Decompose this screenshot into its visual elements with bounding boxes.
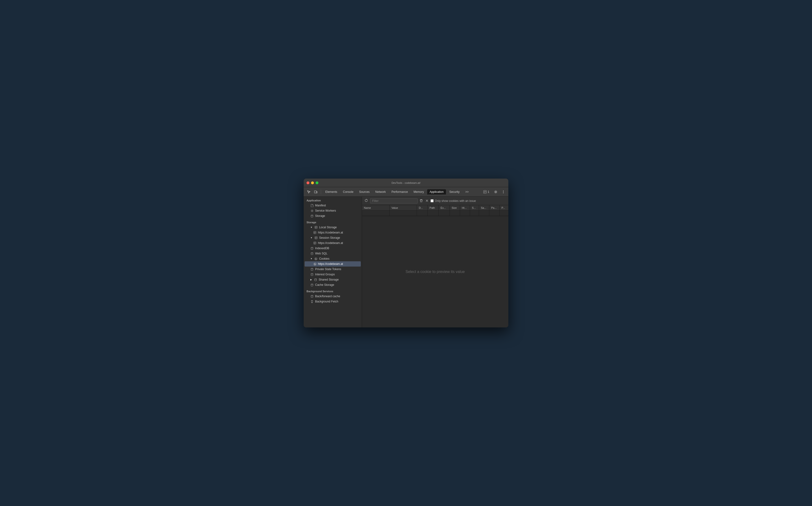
col-size[interactable]: Size [450, 205, 460, 211]
refresh-button[interactable] [364, 198, 369, 203]
sidebar-item-local-storage[interactable]: Local Storage [305, 225, 361, 230]
cookie-preview-area: Select a cookie to preview its value [362, 216, 508, 327]
maximize-button[interactable] [315, 181, 318, 184]
tab-more[interactable]: >> [463, 189, 471, 194]
web-sql-label: Web SQL [315, 252, 327, 255]
svg-rect-1 [316, 191, 317, 193]
svg-point-7 [311, 210, 312, 211]
cookie-small-icon [313, 262, 316, 266]
issues-badge-button[interactable]: 1 [482, 189, 491, 194]
minimize-button[interactable] [311, 181, 314, 184]
sidebar-item-back-forward-cache[interactable]: Back/forward cache [305, 294, 361, 299]
more-options-button[interactable] [500, 189, 506, 194]
svg-point-5 [503, 191, 504, 192]
col-sameParty[interactable]: Pa... [489, 205, 500, 211]
cylinder-icon-8 [310, 294, 314, 298]
svg-point-4 [503, 190, 504, 191]
table-icon [314, 226, 318, 229]
manifest-label: Manifest [315, 204, 326, 207]
svg-point-39 [311, 295, 313, 296]
sidebar-item-cookies-url[interactable]: https://codebeam.at [305, 261, 361, 266]
close-filter-button[interactable] [425, 198, 429, 203]
inspect-element-button[interactable] [306, 189, 312, 194]
svg-point-28 [315, 258, 316, 259]
tab-security[interactable]: Security [447, 189, 462, 194]
sidebar: Application Manifest Service [304, 197, 362, 327]
svg-point-32 [314, 263, 315, 264]
window-title: DevTools - codebeam.at/ [391, 181, 421, 184]
only-issues-checkbox[interactable] [431, 199, 434, 202]
only-issues-checkbox-label[interactable]: Only show cookies with an issue [431, 199, 476, 202]
cylinder-icon [310, 214, 314, 218]
svg-point-38 [311, 284, 313, 284]
sidebar-item-cookies[interactable]: Cookies [305, 256, 361, 261]
local-storage-url-label: https://codebeam.at [318, 231, 343, 234]
svg-point-37 [315, 278, 316, 279]
col-secure[interactable]: S... [470, 205, 479, 211]
expand-session-storage-icon [310, 237, 312, 239]
preview-text: Select a cookie to preview its value [405, 270, 465, 274]
session-storage-url-label: https://codebeam.at [318, 241, 343, 245]
panel-toolbar: Only show cookies with an issue [362, 197, 508, 205]
sidebar-item-local-storage-url[interactable]: https://codebeam.at [305, 230, 361, 235]
svg-point-30 [315, 259, 316, 259]
tab-console[interactable]: Console [341, 189, 356, 194]
sidebar-item-session-storage[interactable]: Session Storage [305, 235, 361, 240]
col-samesite[interactable]: Sa... [479, 205, 489, 211]
col-name[interactable]: Name [362, 205, 389, 211]
svg-rect-0 [314, 191, 316, 193]
close-button[interactable] [306, 181, 309, 184]
back-forward-cache-label: Back/forward cache [315, 294, 340, 298]
table-icon-2 [314, 236, 318, 240]
traffic-lights [306, 181, 318, 184]
sidebar-item-interest-groups[interactable]: Interest Groups [305, 272, 361, 277]
expand-local-storage-icon [310, 226, 312, 229]
tab-memory[interactable]: Memory [411, 189, 426, 194]
sidebar-item-cache-storage[interactable]: Cache Storage [305, 282, 361, 287]
devtools-window: DevTools - codebeam.at/ Elements Console… [304, 179, 508, 327]
filter-input[interactable] [370, 198, 418, 203]
svg-point-3 [495, 191, 497, 192]
col-domain[interactable]: D... [417, 205, 428, 211]
svg-rect-9 [315, 226, 317, 229]
sidebar-item-session-storage-url[interactable]: https://codebeam.at [305, 240, 361, 246]
cookie-icon [314, 257, 318, 260]
clear-filter-button[interactable] [419, 198, 423, 203]
tab-elements[interactable]: Elements [323, 189, 340, 194]
sidebar-item-shared-storage[interactable]: Shared Storage [305, 277, 361, 282]
only-issues-label: Only show cookies with an issue [435, 199, 476, 202]
sidebar-item-storage[interactable]: Storage [305, 213, 361, 219]
toolbar-divider [321, 189, 321, 194]
svg-rect-17 [315, 237, 317, 239]
arrow-icon [310, 300, 314, 303]
cookies-label: Cookies [319, 257, 329, 260]
sidebar-item-background-fetch[interactable]: Background Fetch [305, 299, 361, 304]
sidebar-item-web-sql[interactable]: Web SQL [305, 251, 361, 256]
sidebar-item-service-workers[interactable]: Service Workers [305, 208, 361, 213]
col-expires[interactable]: Ex... [439, 205, 450, 211]
col-value[interactable]: Value [389, 205, 417, 211]
main-panel: Only show cookies with an issue Name Val… [362, 197, 508, 327]
col-httponly[interactable]: Ht... [460, 205, 470, 211]
sidebar-section-storage: Storage [304, 219, 362, 225]
devtools-toolbar: Elements Console Sources Network Perform… [304, 187, 508, 197]
file-icon [310, 204, 314, 207]
tab-performance[interactable]: Performance [389, 189, 410, 194]
device-toolbar-button[interactable] [313, 189, 319, 194]
tab-sources[interactable]: Sources [357, 189, 372, 194]
cylinder-icon-6 [314, 278, 317, 281]
sidebar-item-indexeddb[interactable]: IndexedDB [305, 246, 361, 251]
tab-network[interactable]: Network [373, 189, 388, 194]
col-priority[interactable]: P... [500, 205, 508, 211]
toolbar-right: 1 [482, 189, 506, 194]
sidebar-item-private-state-tokens[interactable]: Private State Tokens [305, 266, 361, 272]
settings-button[interactable] [493, 189, 499, 194]
interest-groups-label: Interest Groups [315, 273, 335, 276]
col-path[interactable]: Path [427, 205, 439, 211]
sidebar-item-manifest[interactable]: Manifest [305, 203, 361, 208]
svg-point-33 [315, 264, 315, 264]
local-storage-label: Local Storage [319, 226, 337, 229]
storage-label: Storage [315, 214, 325, 218]
tab-application[interactable]: Application [427, 189, 446, 194]
badge-count: 1 [488, 190, 489, 193]
